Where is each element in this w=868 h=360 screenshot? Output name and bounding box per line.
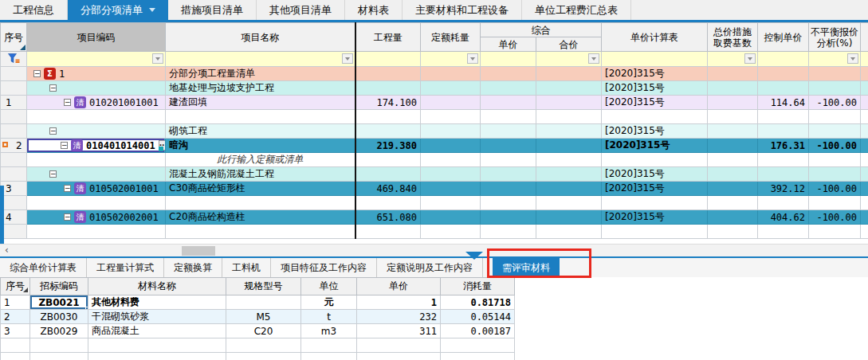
cell-total-price[interactable] <box>536 167 602 182</box>
filter-dropdown[interactable] <box>342 53 353 64</box>
header-spec-model[interactable]: 规格型号 <box>226 278 301 295</box>
cell-bid-code[interactable]: ZB0030 <box>30 310 88 324</box>
cell-unit-price[interactable] <box>481 81 536 96</box>
cell-name[interactable]: 分部分项工程量清单 <box>166 67 355 81</box>
cell-unit[interactable] <box>301 353 357 360</box>
cell-quota[interactable] <box>421 139 481 153</box>
cell-material-name[interactable]: 商品混凝土 <box>88 324 226 338</box>
cell-qty[interactable]: 651.080 <box>355 210 421 225</box>
filter-cell-calc-sheet[interactable] <box>602 52 708 67</box>
cell-control-price[interactable] <box>758 167 809 182</box>
cell-imbalance[interactable]: -100.00 <box>809 182 861 196</box>
tab-material-list[interactable]: 材料表 <box>345 0 403 20</box>
filter-cell-code[interactable] <box>27 52 166 67</box>
cell-fee-base[interactable] <box>708 110 758 124</box>
cell-qty[interactable] <box>355 225 421 239</box>
cell-seq[interactable] <box>1 153 27 167</box>
cell-quota[interactable] <box>421 210 481 225</box>
cell-material-name[interactable] <box>88 338 226 353</box>
header-unit-price[interactable]: 单价 <box>481 37 536 52</box>
filter-cell-control-price[interactable] <box>758 52 809 67</box>
cell-calc-sheet[interactable] <box>602 196 708 210</box>
header-seq[interactable]: 序号 <box>1 278 30 295</box>
cell-qty[interactable] <box>355 110 421 124</box>
cell-name[interactable]: 地基处理与边坡支护工程 <box>166 81 355 96</box>
cell-total-price[interactable] <box>536 124 602 139</box>
filter-dropdown[interactable] <box>588 53 599 64</box>
cell-usage[interactable]: 0.81718 <box>441 295 515 310</box>
cell-name[interactable] <box>166 225 355 239</box>
cell-total-price[interactable] <box>536 153 602 167</box>
cell-code[interactable]: − 清 010502002001 <box>27 210 166 225</box>
cell-bid-code[interactable] <box>30 338 88 353</box>
cell-code[interactable]: − 清 010502001001 <box>27 182 166 196</box>
cell-imbalance[interactable] <box>809 67 861 81</box>
cell-qty[interactable] <box>355 167 421 182</box>
cell-seq[interactable] <box>1 124 27 139</box>
cell-qty[interactable] <box>355 124 421 139</box>
filter-cell-unit-price[interactable] <box>481 52 536 67</box>
filter-cell-quota[interactable] <box>421 52 481 67</box>
tab-item-features[interactable]: 项目特征及工作内容 <box>271 258 377 277</box>
header-control-price[interactable]: 控制单价 <box>758 23 809 52</box>
cell-name[interactable]: 暗沟 <box>166 139 355 153</box>
cell-control-price[interactable]: 176.31 <box>758 139 809 153</box>
cell-control-price[interactable] <box>758 124 809 139</box>
cell-spec[interactable] <box>226 295 301 310</box>
cell-code[interactable]: − <box>27 167 166 182</box>
cell-control-price[interactable]: 114.64 <box>758 96 809 110</box>
collapse-icon[interactable]: − <box>64 99 71 106</box>
header-material-name[interactable]: 材料名称 <box>88 278 226 295</box>
cell-calc-sheet[interactable]: [2020]315号 <box>602 124 708 139</box>
filter-cell-name[interactable] <box>166 52 355 67</box>
header-total-price[interactable]: 合价 <box>536 37 602 52</box>
cell-calc-sheet[interactable]: [2020]315号 <box>602 96 708 110</box>
cell-name[interactable] <box>166 110 355 124</box>
cell-quota[interactable] <box>421 182 481 196</box>
cell-control-price[interactable]: 404.62 <box>758 210 809 225</box>
cell-spec[interactable]: C20 <box>226 324 301 338</box>
cell-calc-sheet[interactable]: [2020]315号 <box>602 167 708 182</box>
cell-imbalance[interactable] <box>809 225 861 239</box>
cell-name[interactable]: C20商品砼构造柱 <box>166 210 355 225</box>
cell-name[interactable]: 混凝土及钢筋混凝土工程 <box>166 167 355 182</box>
collapse-icon[interactable]: − <box>49 127 57 135</box>
cell-seq[interactable] <box>1 225 27 239</box>
cell-quota[interactable] <box>421 153 481 167</box>
cell-material-name[interactable] <box>88 353 226 360</box>
horizontal-scrollbar[interactable]: ‹ <box>0 244 868 256</box>
cell-control-price[interactable] <box>758 110 809 124</box>
cell-qty[interactable]: 219.380 <box>355 139 421 153</box>
filter-cell-total-price[interactable] <box>536 52 602 67</box>
cell-quota[interactable] <box>421 81 481 96</box>
cell-usage[interactable]: 0.00187 <box>441 324 515 338</box>
filter-dropdown[interactable] <box>152 53 163 64</box>
header-calc-sheet[interactable]: 单价计算表 <box>602 23 708 52</box>
cell-unit[interactable] <box>301 338 357 353</box>
scroll-left-button[interactable]: ‹ <box>0 245 14 256</box>
header-unit-price[interactable]: 单价 <box>357 278 441 295</box>
cell-usage[interactable]: 0.05144 <box>441 310 515 324</box>
cell-control-price[interactable] <box>758 153 809 167</box>
cell-calc-sheet[interactable]: [2020]315号 <box>602 139 708 153</box>
cell-total-price[interactable] <box>536 139 602 153</box>
header-quantity[interactable]: 工程量 <box>355 23 421 52</box>
header-usage[interactable]: 消耗量 <box>441 278 515 295</box>
scrollbar-thumb[interactable] <box>182 246 215 256</box>
cell-qty[interactable] <box>355 67 421 81</box>
cell-usage[interactable] <box>441 338 515 353</box>
cell-qty[interactable] <box>355 196 421 210</box>
cell-quota[interactable] <box>421 110 481 124</box>
header-fee-base[interactable]: 总价措施取费基数 <box>708 23 758 52</box>
cell-fee-base[interactable] <box>708 225 758 239</box>
cell-seq[interactable] <box>1 110 27 124</box>
collapse-icon[interactable]: − <box>61 142 68 149</box>
cell-unit-price[interactable] <box>481 67 536 81</box>
cell-spec[interactable] <box>226 353 301 360</box>
fill-handle[interactable] <box>85 307 88 310</box>
cell-fee-base[interactable] <box>708 139 758 153</box>
cell-calc-sheet[interactable] <box>602 153 708 167</box>
filter-icon-cell[interactable] <box>1 52 27 67</box>
cell-imbalance[interactable] <box>809 153 861 167</box>
cell-fee-base[interactable] <box>708 210 758 225</box>
